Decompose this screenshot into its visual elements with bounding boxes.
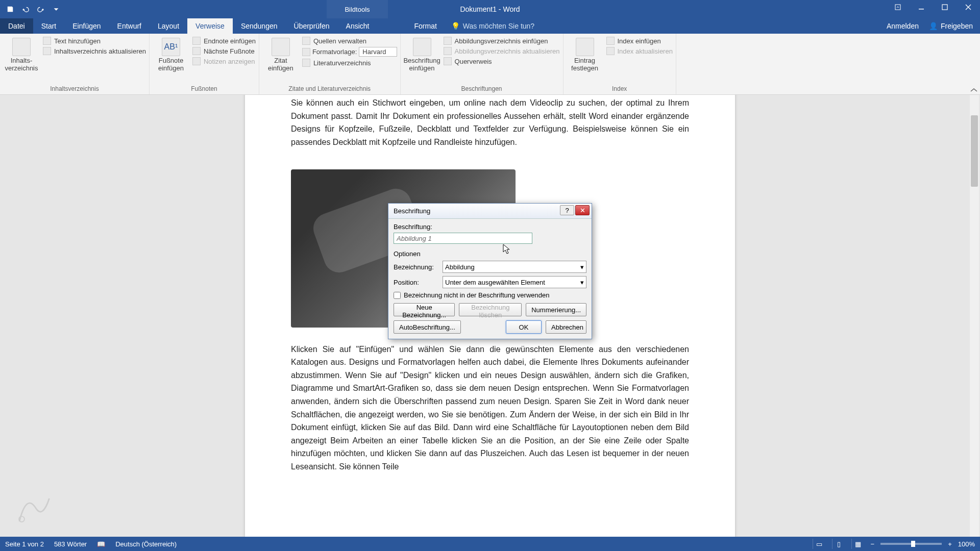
options-heading: Optionen <box>394 250 586 258</box>
insert-index-icon <box>606 37 615 45</box>
label-field-label: Bezeichnung: <box>394 263 438 271</box>
sources-icon <box>302 37 310 45</box>
zoom-slider-handle[interactable] <box>911 541 915 547</box>
zoom-level[interactable]: 100% <box>958 540 975 548</box>
label-dropdown[interactable]: Abbildung ▾ <box>443 261 586 273</box>
style-icon <box>302 48 310 56</box>
update-tof-icon <box>444 47 452 55</box>
dialog-title-text: Beschriftung <box>394 207 430 215</box>
exclude-label-checkbox[interactable] <box>394 292 401 299</box>
svg-rect-0 <box>895 5 900 10</box>
position-field-label: Position: <box>394 279 438 286</box>
document-title: Dokument1 - Word <box>460 5 520 13</box>
add-text-button[interactable]: Text hinzufügen <box>43 37 146 45</box>
insert-citation-button[interactable]: Zitat einfügen <box>262 36 299 74</box>
group-label: Fußnoten <box>153 84 256 94</box>
group-label: Beschriftungen <box>404 84 560 94</box>
group-label: Zitate und Literaturverzeichnis <box>262 84 397 94</box>
tab-verweise[interactable]: Verweise <box>187 18 233 34</box>
dialog-close-button[interactable]: ✕ <box>575 205 590 215</box>
insert-endnote-button[interactable]: Endnote einfügen <box>192 37 256 45</box>
print-layout-button[interactable]: ▯ <box>832 539 845 549</box>
group-index: Eintrag festlegen Index einfügen Index a… <box>564 34 676 94</box>
ribbon-display-options[interactable] <box>886 0 910 14</box>
tell-me-search[interactable]: 💡 Was möchten Sie tun? <box>445 18 534 34</box>
tab-sendungen[interactable]: Sendungen <box>233 18 286 34</box>
zoom-slider[interactable] <box>880 543 942 545</box>
citation-style-dropdown[interactable]: Formatvorlage: Harvard <box>302 47 397 57</box>
new-label-button[interactable]: Neue Bezeichnung... <box>394 303 455 316</box>
update-index-icon <box>606 47 615 55</box>
next-footnote-button[interactable]: Nächste Fußnote <box>192 47 256 55</box>
undo-button[interactable] <box>18 2 33 16</box>
tab-einfuegen[interactable]: Einfügen <box>64 18 109 34</box>
share-button[interactable]: 👤Freigeben <box>929 22 973 30</box>
vertical-scrollbar[interactable] <box>970 95 979 537</box>
redo-button[interactable] <box>34 2 48 16</box>
endnote-icon <box>192 37 201 45</box>
ribbon: Inhalts- verzeichnis Text hinzufügen Inh… <box>0 34 980 95</box>
tab-start[interactable]: Start <box>33 18 65 34</box>
exclude-label-text: Bezeichnung nicht in der Beschriftung ve… <box>404 291 549 299</box>
language-indicator[interactable]: Deutsch (Österreich) <box>115 540 177 548</box>
group-beschriftungen: Beschriftung einfügen Abbildungsverzeich… <box>401 34 564 94</box>
zoom-in-button[interactable]: + <box>948 540 952 548</box>
svg-rect-1 <box>919 9 924 10</box>
tof-icon <box>444 37 452 45</box>
group-label: Inhaltsverzeichnis <box>3 84 146 94</box>
minimize-button[interactable] <box>910 0 933 14</box>
insert-caption-button[interactable]: Beschriftung einfügen <box>404 36 440 74</box>
caption-text-input[interactable] <box>394 233 532 244</box>
numbering-button[interactable]: Nummerierung... <box>526 303 586 316</box>
position-dropdown[interactable]: Unter dem ausgewählten Element ▾ <box>443 276 586 288</box>
page-indicator[interactable]: Seite 1 von 2 <box>5 540 44 548</box>
cross-reference-button[interactable]: Querverweis <box>444 57 560 65</box>
collapse-ribbon-button[interactable] <box>970 87 978 94</box>
insert-index-button[interactable]: Index einfügen <box>606 37 673 45</box>
update-tof-button: Abbildungsverzeichnis aktualisieren <box>444 47 560 55</box>
delete-label-button: Bezeichnung löschen <box>459 303 522 316</box>
manage-sources-button[interactable]: Quellen verwalten <box>302 37 397 45</box>
insert-footnote-button[interactable]: AB¹ Fußnote einfügen <box>153 36 189 74</box>
sign-in-button[interactable]: Anmelden <box>887 22 919 30</box>
close-button[interactable] <box>957 0 980 14</box>
spellcheck-icon[interactable]: 📖 <box>97 540 105 548</box>
autocaption-button[interactable]: AutoBeschriftung... <box>394 320 461 334</box>
toc-button[interactable]: Inhalts- verzeichnis <box>3 36 40 74</box>
add-text-icon <box>43 37 51 45</box>
tab-layout[interactable]: Layout <box>150 18 187 34</box>
web-layout-button[interactable]: ▦ <box>851 539 865 549</box>
tab-entwurf[interactable]: Entwurf <box>109 18 150 34</box>
window-controls <box>886 0 980 14</box>
save-button[interactable] <box>3 2 17 16</box>
tab-ueberpruefen[interactable]: Überprüfen <box>286 18 338 34</box>
show-notes-icon <box>192 57 201 65</box>
group-fussnoten: AB¹ Fußnote einfügen Endnote einfügen Nä… <box>150 34 259 94</box>
zoom-out-button[interactable]: − <box>871 540 875 548</box>
statusbar: Seite 1 von 2 583 Wörter 📖 Deutsch (Öste… <box>0 537 980 551</box>
dialog-help-button[interactable]: ? <box>560 205 574 215</box>
tab-datei[interactable]: Datei <box>0 18 33 34</box>
contextual-tab-bildtools: Bildtools <box>327 0 388 18</box>
titlebar: Bildtools Dokument1 - Word <box>0 0 980 18</box>
update-index-button: Index aktualisieren <box>606 47 673 55</box>
read-mode-button[interactable]: ▭ <box>813 539 826 549</box>
mark-entry-button[interactable]: Eintrag festlegen <box>567 36 603 74</box>
paragraph: Klicken Sie auf "Einfügen" und wählen Si… <box>291 343 689 473</box>
tab-format[interactable]: Format <box>406 18 445 34</box>
maximize-button[interactable] <box>933 0 957 14</box>
word-count[interactable]: 583 Wörter <box>54 540 87 548</box>
dialog-titlebar[interactable]: Beschriftung ? ✕ <box>388 204 592 219</box>
update-toc-button[interactable]: Inhaltsverzeichnis aktualisieren <box>43 47 146 55</box>
quick-access-toolbar <box>0 2 63 16</box>
qat-customize-icon[interactable] <box>49 2 63 16</box>
ok-button[interactable]: OK <box>506 320 542 334</box>
chevron-down-icon: ▾ <box>580 279 584 286</box>
cancel-button[interactable]: Abbrechen <box>546 320 586 334</box>
bibliography-button[interactable]: Literaturverzeichnis <box>302 59 397 67</box>
insert-tof-button[interactable]: Abbildungsverzeichnis einfügen <box>444 37 560 45</box>
tab-ansicht[interactable]: Ansicht <box>338 18 378 34</box>
scrollbar-thumb[interactable] <box>971 115 978 187</box>
group-label: Index <box>567 84 673 94</box>
ribbon-tabs: Datei Start Einfügen Entwurf Layout Verw… <box>0 18 980 34</box>
